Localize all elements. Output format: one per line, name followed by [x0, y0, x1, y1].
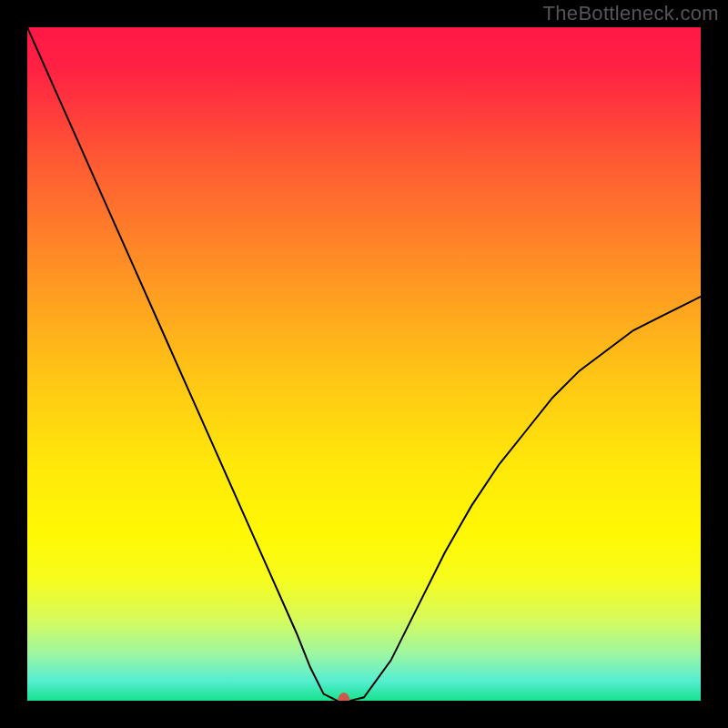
plot-area: [27, 27, 701, 701]
watermark-text: TheBottleneck.com: [543, 2, 719, 25]
chart-svg: [27, 27, 701, 701]
chart-background: [27, 27, 701, 701]
chart-frame: TheBottleneck.com: [0, 0, 728, 728]
